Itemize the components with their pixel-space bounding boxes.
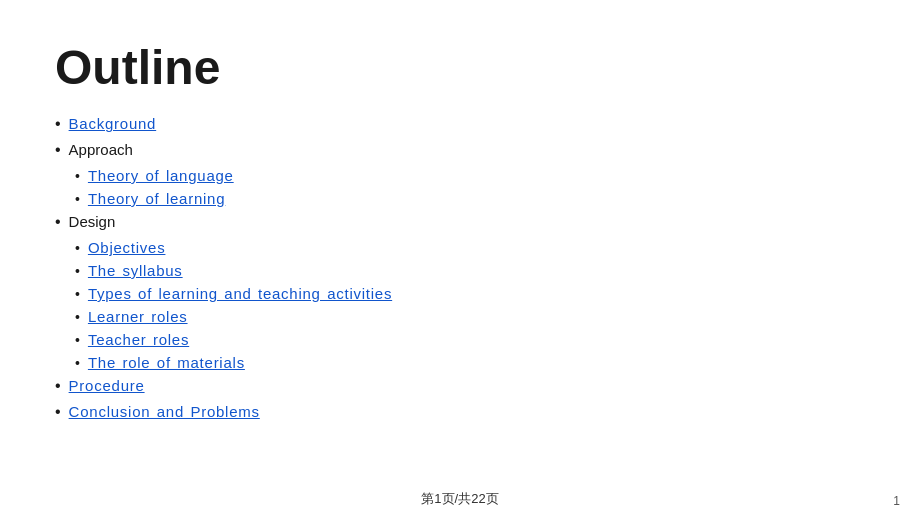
design-sublist: • Objectives • The syllabus • Types of l…: [75, 239, 865, 371]
list-item: • The syllabus: [75, 262, 865, 279]
slide-title: Outline: [55, 40, 865, 95]
slide-footer: 第1页/共22页: [0, 490, 920, 508]
learning-teaching-link[interactable]: Types of learning and teaching activitie…: [88, 285, 392, 302]
bullet-icon: •: [75, 309, 80, 325]
learner-roles-link[interactable]: Learner roles: [88, 308, 188, 325]
bullet-icon: •: [75, 355, 80, 371]
approach-sublist: • Theory of language • Theory of learnin…: [75, 167, 865, 207]
theory-learning-link[interactable]: Theory of learning: [88, 190, 225, 207]
syllabus-link[interactable]: The syllabus: [88, 262, 183, 279]
teacher-roles-link[interactable]: Teacher roles: [88, 331, 189, 348]
list-item: • Theory of learning: [75, 190, 865, 207]
list-item: • Theory of language: [75, 167, 865, 184]
bullet-icon: •: [75, 332, 80, 348]
list-item: • Approach: [55, 141, 865, 159]
bullet-icon: •: [55, 403, 61, 421]
slide: Outline • Background • Approach • Theory…: [0, 0, 920, 518]
objectives-link[interactable]: Objectives: [88, 239, 166, 256]
approach-label: Approach: [69, 141, 133, 158]
list-item: • Conclusion and Problems: [55, 403, 865, 421]
list-item: • Procedure: [55, 377, 865, 395]
list-item: • Background: [55, 115, 865, 133]
procedure-link[interactable]: Procedure: [69, 377, 145, 394]
bullet-icon: •: [75, 263, 80, 279]
list-item: • Teacher roles: [75, 331, 865, 348]
slide-content: Outline • Background • Approach • Theory…: [0, 0, 920, 518]
bullet-icon: •: [55, 141, 61, 159]
bullet-icon: •: [55, 377, 61, 395]
list-item: • The role of materials: [75, 354, 865, 371]
role-materials-link[interactable]: The role of materials: [88, 354, 245, 371]
bullet-icon: •: [55, 115, 61, 133]
list-item: • Design: [55, 213, 865, 231]
bullet-icon: •: [75, 168, 80, 184]
bullet-icon: •: [75, 240, 80, 256]
bullet-icon: •: [75, 191, 80, 207]
conclusion-link[interactable]: Conclusion and Problems: [69, 403, 260, 420]
theory-language-link[interactable]: Theory of language: [88, 167, 234, 184]
outline-list: • Background • Approach • Theory of lang…: [55, 115, 865, 421]
bullet-icon: •: [75, 286, 80, 302]
list-item: • Types of learning and teaching activit…: [75, 285, 865, 302]
design-label: Design: [69, 213, 116, 230]
page-number: 1: [893, 494, 900, 508]
list-item: • Learner roles: [75, 308, 865, 325]
list-item: • Objectives: [75, 239, 865, 256]
background-link[interactable]: Background: [69, 115, 157, 132]
bullet-icon: •: [55, 213, 61, 231]
page-info: 第1页/共22页: [421, 490, 498, 508]
